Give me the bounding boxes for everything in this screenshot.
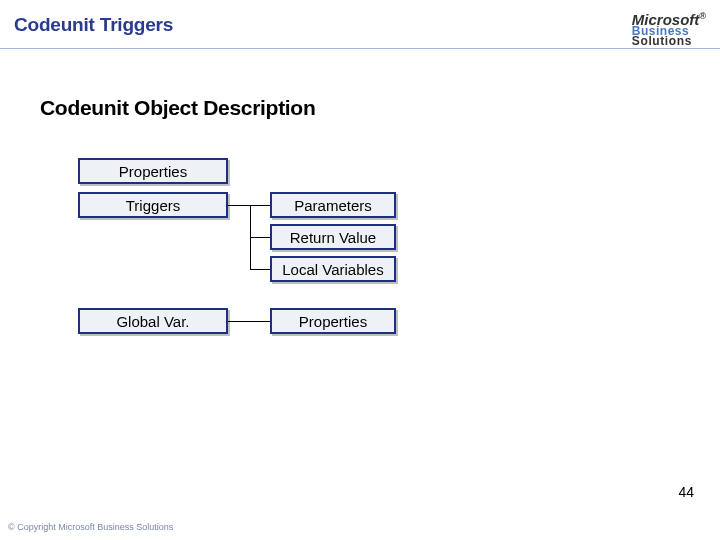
box-label: Local Variables (282, 261, 383, 278)
diagram-canvas: Properties Triggers Global Var. Paramete… (0, 0, 720, 540)
box-label: Parameters (294, 197, 372, 214)
box-local-variables: Local Variables (270, 256, 396, 282)
box-global-var: Global Var. (78, 308, 228, 334)
footer-copyright: © Copyright Microsoft Business Solutions (8, 522, 173, 532)
box-label: Properties (119, 163, 187, 180)
box-label: Properties (299, 313, 367, 330)
box-right-properties: Properties (270, 308, 396, 334)
connector-line (228, 205, 250, 206)
box-label: Return Value (290, 229, 376, 246)
connector-line (250, 269, 270, 270)
slide: Codeunit Triggers Microsoft® Business So… (0, 0, 720, 540)
box-return-value: Return Value (270, 224, 396, 250)
connector-line (250, 237, 270, 238)
connector-line (228, 321, 270, 322)
box-label: Triggers (126, 197, 180, 214)
slide-number: 44 (678, 484, 694, 500)
box-parameters: Parameters (270, 192, 396, 218)
box-properties: Properties (78, 158, 228, 184)
connector-line (250, 205, 270, 206)
box-triggers: Triggers (78, 192, 228, 218)
box-label: Global Var. (116, 313, 189, 330)
